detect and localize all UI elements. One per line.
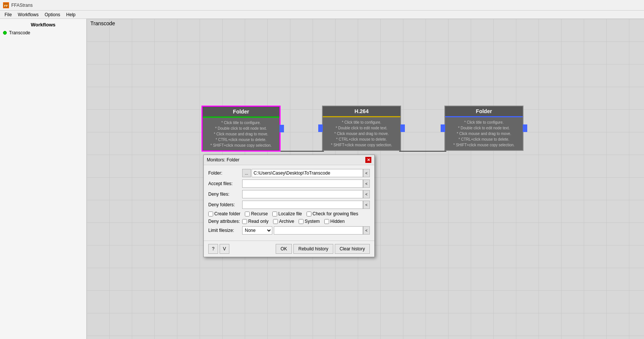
main-layout: Workflows Transcode Transcode Folder * C… <box>0 19 644 339</box>
limit-filesize-label: Limit filesize: <box>208 228 242 233</box>
limit-filesize-row: Limit filesize: None < <box>208 226 370 235</box>
deny-folders-input-group: < <box>242 201 370 209</box>
limit-filesize-select[interactable]: None <box>242 226 272 235</box>
deny-folders-label: Deny folders: <box>208 202 242 207</box>
archive-checkbox[interactable]: Archive <box>273 219 294 224</box>
localize-file-label: Localize file <box>278 211 302 216</box>
ok-button[interactable]: OK <box>276 244 292 254</box>
hidden-label: Hidden <box>330 219 345 224</box>
folder-input-group: ... < <box>242 169 370 177</box>
sidebar-title: Workflows <box>0 20 86 29</box>
deny-files-script-button[interactable]: < <box>363 190 370 198</box>
dialog-overlay: Monitors: Folder ✕ Folder: ... < <box>87 19 644 339</box>
accept-files-input-group: < <box>242 179 370 188</box>
deny-files-input[interactable] <box>242 190 363 198</box>
deny-files-label: Deny files: <box>208 192 242 197</box>
dialog-content: Folder: ... < Accept files: < <box>204 165 374 241</box>
localize-file-checkbox[interactable]: Localize file <box>272 211 302 216</box>
folder-browse-button[interactable]: ... <box>242 169 251 177</box>
sidebar-item-label: Transcode <box>9 30 30 35</box>
deny-folders-script-button[interactable]: < <box>363 201 370 209</box>
limit-filesize-script-button[interactable]: < <box>363 226 370 235</box>
folder-label: Folder: <box>208 170 242 176</box>
accept-files-script-button[interactable]: < <box>363 179 370 188</box>
menubar: File Workflows Options Help <box>0 11 644 19</box>
read-only-checkbox[interactable]: Read only <box>242 219 269 224</box>
deny-folders-row: Deny folders: < <box>208 201 370 209</box>
create-folder-label: Create folder <box>214 211 240 216</box>
sidebar: Workflows Transcode <box>0 19 87 339</box>
app-title: FFAStrans <box>11 3 33 8</box>
limit-filesize-input[interactable] <box>274 226 363 235</box>
system-input[interactable] <box>299 219 304 224</box>
archive-label: Archive <box>279 219 294 224</box>
sidebar-item-transcode[interactable]: Transcode <box>0 29 86 37</box>
create-folder-checkbox[interactable]: Create folder <box>208 211 240 216</box>
create-folder-input[interactable] <box>208 212 213 216</box>
svg-text:FF: FF <box>4 4 8 8</box>
help-button[interactable]: ? <box>208 244 218 254</box>
folder-row: Folder: ... < <box>208 169 370 177</box>
deny-attributes-row: Deny attributes: Read only Archive <box>208 219 370 224</box>
menu-workflows[interactable]: Workflows <box>15 11 41 18</box>
menu-file[interactable]: File <box>2 11 15 18</box>
system-checkbox[interactable]: System <box>299 219 320 224</box>
menu-options[interactable]: Options <box>41 11 63 18</box>
deny-files-input-group: < <box>242 190 370 198</box>
recurse-label: Recurse <box>251 211 268 216</box>
check-growing-files-input[interactable] <box>307 212 311 216</box>
dialog-titlebar: Monitors: Folder ✕ <box>204 155 374 165</box>
accept-files-row: Accept files: < <box>208 179 370 188</box>
deny-attributes-checkboxes: Read only Archive System <box>242 219 348 224</box>
titlebar: FF FFAStrans <box>0 0 644 11</box>
deny-attributes-label: Deny attributes: <box>208 219 242 224</box>
monitors-folder-dialog: Monitors: Folder ✕ Folder: ... < <box>203 155 375 257</box>
app-icon: FF <box>3 2 9 8</box>
read-only-input[interactable] <box>242 219 247 224</box>
read-only-label: Read only <box>248 219 269 224</box>
accept-files-input[interactable] <box>242 179 363 188</box>
dialog-close-button[interactable]: ✕ <box>365 157 371 163</box>
recurse-checkbox[interactable]: Recurse <box>245 211 268 216</box>
dialog-buttons: ? V OK Rebuild history Clear history <box>204 241 374 257</box>
check-growing-files-checkbox[interactable]: Check for growing files <box>307 211 358 216</box>
deny-folders-input[interactable] <box>242 201 363 209</box>
dialog-title: Monitors: Folder <box>207 157 240 163</box>
verify-button[interactable]: V <box>220 244 229 254</box>
hidden-checkbox[interactable]: Hidden <box>324 219 345 224</box>
rebuild-history-button[interactable]: Rebuild history <box>293 244 333 254</box>
folder-input[interactable] <box>252 169 363 177</box>
deny-files-row: Deny files: < <box>208 190 370 198</box>
clear-history-button[interactable]: Clear history <box>335 244 370 254</box>
archive-input[interactable] <box>273 219 278 224</box>
check-growing-files-label: Check for growing files <box>313 211 358 216</box>
menu-help[interactable]: Help <box>63 11 79 18</box>
recurse-input[interactable] <box>245 212 250 216</box>
status-dot <box>3 31 7 35</box>
localize-file-input[interactable] <box>272 212 277 216</box>
canvas-area: Transcode Folder * Click title to config… <box>87 19 644 339</box>
accept-files-label: Accept files: <box>208 181 242 186</box>
system-label: System <box>305 219 320 224</box>
checkboxes-row-1: Create folder Recurse Localize file <box>208 211 370 216</box>
hidden-input[interactable] <box>324 219 329 224</box>
folder-script-button[interactable]: < <box>363 169 370 177</box>
